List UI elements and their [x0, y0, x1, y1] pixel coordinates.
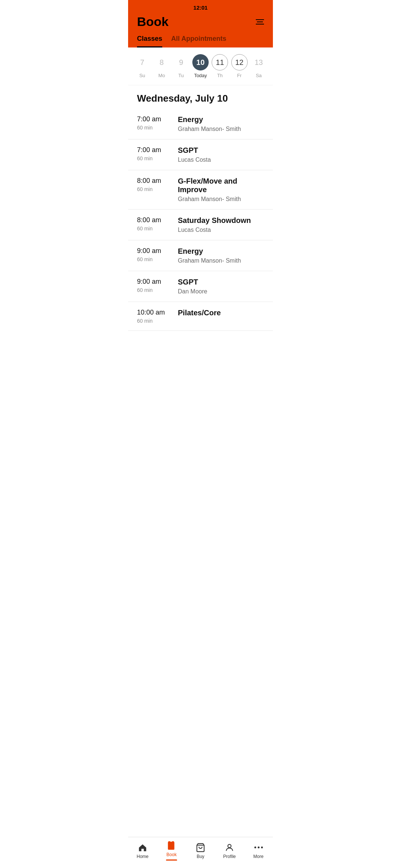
date-item-9[interactable]: 9 Tu	[173, 54, 189, 78]
class-time: 8:00 am 60 min	[137, 177, 178, 192]
filter-button[interactable]	[256, 19, 264, 24]
date-item-8[interactable]: 8 Mo	[153, 54, 170, 78]
class-time: 9:00 am 60 min	[137, 247, 178, 262]
class-time: 8:00 am 60 min	[137, 216, 178, 231]
date-item-7[interactable]: 7 Su	[134, 54, 150, 78]
class-list: 7:00 am 60 min Energy Graham Manson- Smi…	[128, 109, 273, 331]
date-number: 8	[153, 54, 170, 70]
class-time: 7:00 am 60 min	[137, 115, 178, 131]
class-time: 9:00 am 60 min	[137, 278, 178, 293]
date-day-label: Tu	[178, 73, 184, 78]
class-item[interactable]: 9:00 am 60 min Energy Graham Manson- Smi…	[128, 240, 273, 271]
class-time: 7:00 am 60 min	[137, 146, 178, 161]
class-item[interactable]: 7:00 am 60 min SGPT Lucas Costa	[128, 139, 273, 170]
date-item-10[interactable]: 10 Today	[192, 54, 209, 78]
date-selector: 7 Su 8 Mo 9 Tu 10 Today 11 Th 12 Fr 13 S…	[128, 47, 273, 85]
class-item[interactable]: 8:00 am 60 min G-Flex/Move and Improve G…	[128, 170, 273, 210]
date-day-label: Today	[194, 73, 207, 78]
header: Book	[128, 11, 273, 29]
class-info: SGPT Lucas Costa	[178, 146, 264, 163]
class-info: G-Flex/Move and Improve Graham Manson- S…	[178, 177, 264, 203]
date-day-label: Su	[139, 73, 145, 78]
status-time: 12:01	[193, 4, 208, 11]
selected-date-heading: Wednesday, July 10	[128, 85, 273, 109]
date-number: 7	[134, 54, 150, 70]
class-info: SGPT Dan Moore	[178, 278, 264, 295]
date-number: 10	[192, 54, 209, 70]
class-item[interactable]: 8:00 am 60 min Saturday Showdown Lucas C…	[128, 210, 273, 240]
class-info: Energy Graham Manson- Smith	[178, 115, 264, 132]
tabs-bar: Classes All Appointments	[128, 29, 273, 47]
date-day-label: Fr	[237, 73, 241, 78]
class-item[interactable]: 7:00 am 60 min Energy Graham Manson- Smi…	[128, 109, 273, 139]
tab-classes[interactable]: Classes	[137, 35, 162, 47]
date-item-12[interactable]: 12 Fr	[231, 54, 248, 78]
date-number: 11	[212, 54, 228, 70]
tab-all-appointments[interactable]: All Appointments	[171, 35, 226, 47]
class-item[interactable]: 9:00 am 60 min SGPT Dan Moore	[128, 271, 273, 302]
page-title: Book	[137, 14, 169, 29]
class-item[interactable]: 10:00 am 60 min Pilates/Core	[128, 302, 273, 331]
date-item-11[interactable]: 11 Th	[212, 54, 228, 78]
date-number: 13	[251, 54, 267, 70]
class-info: Energy Graham Manson- Smith	[178, 247, 264, 264]
class-info: Saturday Showdown Lucas Costa	[178, 216, 264, 233]
date-day-label: Mo	[158, 73, 165, 78]
class-info: Pilates/Core	[178, 309, 264, 319]
date-item-13[interactable]: 13 Sa	[251, 54, 267, 78]
date-day-label: Sa	[256, 73, 262, 78]
class-time: 10:00 am 60 min	[137, 309, 178, 324]
date-number: 12	[231, 54, 248, 70]
date-number: 9	[173, 54, 189, 70]
date-day-label: Th	[217, 73, 223, 78]
status-bar: 12:01	[128, 0, 273, 11]
